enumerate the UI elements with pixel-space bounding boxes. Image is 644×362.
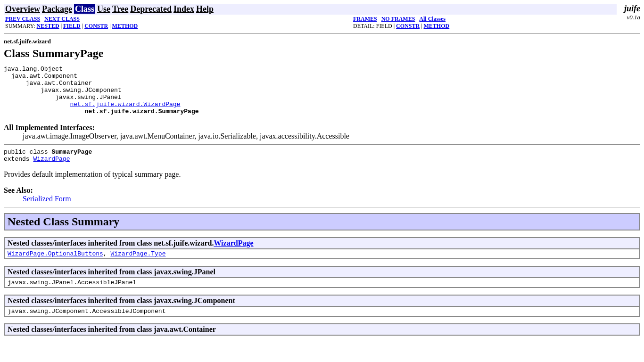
hierarchy-wizardpage-link[interactable]: net.sf.juife.wizard.WizardPage bbox=[70, 101, 180, 108]
detail-field: FIELD bbox=[376, 23, 392, 29]
inherited-wizardpage-body: WizardPage.OptionalButtons, WizardPage.T… bbox=[4, 249, 640, 259]
frames-link[interactable]: FRAMES bbox=[353, 16, 377, 22]
inherited-jpanel-table: Nested classes/interfaces inherited from… bbox=[4, 266, 640, 288]
inherited-jcomponent-body: javax.swing.JComponent.AccessibleJCompon… bbox=[4, 306, 640, 316]
sub-nav: PREV CLASS NEXT CLASS FRAMES NO FRAMES A… bbox=[4, 16, 617, 30]
prev-class-link[interactable]: PREV CLASS bbox=[5, 16, 40, 22]
nav-use[interactable]: Use bbox=[97, 4, 110, 14]
wizardpage-optionalbuttons-link[interactable]: WizardPage.OptionalButtons bbox=[8, 250, 103, 257]
top-bar: Overview Package Class Use Tree Deprecat… bbox=[4, 4, 640, 30]
class-hierarchy: java.lang.Object java.awt.Component java… bbox=[4, 66, 640, 115]
detail-label: DETAIL: bbox=[353, 23, 376, 29]
class-signature: public class SummaryPage extends WizardP… bbox=[4, 148, 640, 163]
brand-version: v0.1a bbox=[624, 14, 640, 21]
summary-label: SUMMARY: bbox=[5, 23, 37, 29]
inherited-container-table: Nested classes/interfaces inherited from… bbox=[4, 323, 640, 336]
wizardpage-type-link[interactable]: WizardPage.Type bbox=[110, 250, 165, 257]
implemented-interfaces-label: All Implemented Interfaces: bbox=[4, 123, 640, 132]
nav-package[interactable]: Package bbox=[42, 4, 72, 14]
nested-class-summary-table: Nested Class Summary bbox=[4, 213, 640, 230]
inherited-wizardpage-heading: Nested classes/interfaces inherited from… bbox=[4, 238, 640, 249]
inherited-jpanel-body: javax.swing.JPanel.AccessibleJPanel bbox=[4, 278, 640, 288]
brand-block: juife v0.1a bbox=[617, 4, 640, 21]
no-frames-link[interactable]: NO FRAMES bbox=[381, 16, 415, 22]
inherited-jpanel-heading: Nested classes/interfaces inherited from… bbox=[4, 266, 640, 278]
nav-deprecated[interactable]: Deprecated bbox=[130, 4, 172, 14]
package-label: net.sf.juife.wizard bbox=[4, 38, 640, 45]
inherited-wizardpage-table: Nested classes/interfaces inherited from… bbox=[4, 237, 640, 259]
nav-class-active: Class bbox=[74, 4, 95, 14]
implemented-interfaces-list: java.awt.image.ImageObserver, java.awt.M… bbox=[23, 132, 640, 140]
serialized-form-link[interactable]: Serialized Form bbox=[23, 195, 71, 203]
inherited-wizardpage-link[interactable]: WizardPage bbox=[214, 239, 253, 247]
nested-class-summary-heading: Nested Class Summary bbox=[4, 214, 640, 230]
summary-constr-link[interactable]: CONSTR bbox=[84, 23, 108, 29]
class-title: Class SummaryPage bbox=[4, 47, 640, 60]
detail-constr-link[interactable]: CONSTR bbox=[396, 23, 420, 29]
divider bbox=[4, 207, 640, 207]
detail-method-link[interactable]: METHOD bbox=[424, 23, 450, 29]
divider bbox=[4, 33, 640, 34]
extends-link[interactable]: WizardPage bbox=[33, 156, 70, 163]
inherited-jcomponent-table: Nested classes/interfaces inherited from… bbox=[4, 295, 640, 317]
summary-field-link[interactable]: FIELD bbox=[63, 23, 81, 29]
inherited-jcomponent-heading: Nested classes/interfaces inherited from… bbox=[4, 295, 640, 306]
next-class-link[interactable]: NEXT CLASS bbox=[44, 16, 80, 22]
summary-nested-link[interactable]: NESTED bbox=[37, 23, 59, 29]
nav-bar: Overview Package Class Use Tree Deprecat… bbox=[4, 4, 617, 15]
nav-help[interactable]: Help bbox=[196, 4, 214, 14]
all-classes-link[interactable]: All Classes bbox=[419, 16, 446, 22]
nav-overview[interactable]: Overview bbox=[5, 4, 40, 14]
brand-title: juife bbox=[624, 4, 640, 14]
nav-tree[interactable]: Tree bbox=[112, 4, 128, 14]
class-description: Provides default implementation of typic… bbox=[4, 170, 640, 179]
see-also-label: See Also: bbox=[4, 186, 640, 195]
divider bbox=[4, 144, 640, 145]
inherited-container-heading: Nested classes/interfaces inherited from… bbox=[4, 324, 640, 335]
nav-index[interactable]: Index bbox=[173, 4, 194, 14]
summary-method-link[interactable]: METHOD bbox=[112, 23, 138, 29]
